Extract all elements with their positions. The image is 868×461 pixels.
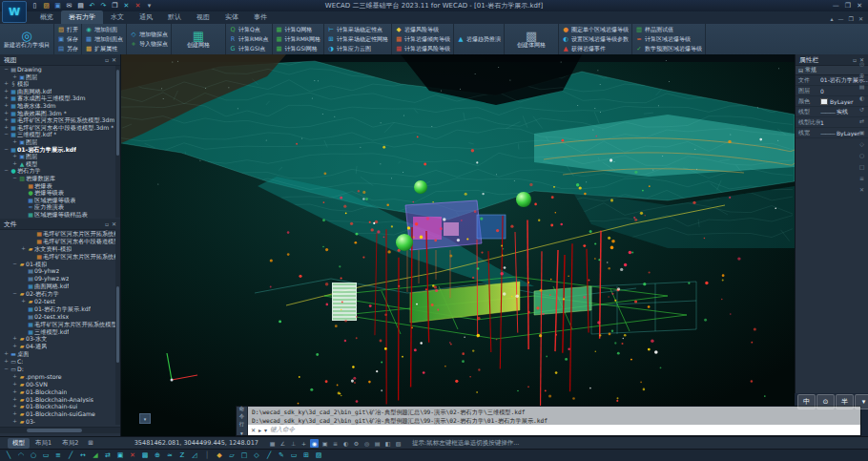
tree-item[interactable]: +▦曲面网格.kdf	[0, 88, 120, 95]
tree-item[interactable]: ▤09-yhwz	[0, 267, 120, 275]
texture-tool-icon[interactable]: ▨	[313, 451, 324, 461]
tree-item[interactable]: +▰01-Blockchain-Analysis	[0, 396, 120, 404]
tab-实体[interactable]: 实体	[217, 10, 246, 24]
tree-item[interactable]: +▣图层	[0, 138, 120, 146]
tree-item[interactable]: +▦地表效果图.3dm *	[0, 110, 120, 117]
create-grid-icon[interactable]: ▦创建网格	[175, 31, 222, 48]
tree-item[interactable]: ▦毛坪矿区河东片区开拓系统模型.3dm	[0, 253, 120, 261]
tree-item[interactable]: +▰01-Blockchain-sui	[0, 403, 120, 410]
expand-toggle-icon[interactable]: +	[3, 80, 10, 88]
tree-item[interactable]: ▦区域岩爆等级样品表	[0, 211, 120, 219]
snap-icon[interactable]: +	[300, 439, 308, 448]
tree-item[interactable]: +▣图层	[0, 153, 120, 160]
tree-item[interactable]: +▭C:	[0, 358, 120, 366]
tree-item[interactable]: +▰03-	[0, 418, 120, 426]
side-tool-icon-0[interactable]: ◎	[859, 60, 864, 67]
array-tool-icon[interactable]: ▣	[114, 451, 126, 461]
layout-tab-模型[interactable]: 模型	[8, 438, 30, 449]
measure-tool-icon[interactable]: ◆	[214, 451, 225, 461]
tab-通风[interactable]: 通风	[132, 10, 160, 24]
polyline-tool-icon[interactable]: ≡	[52, 451, 64, 461]
triangle-tool-icon[interactable]: ◿	[189, 451, 200, 461]
expand-toggle-icon[interactable]: −	[11, 175, 18, 182]
annotate-icon[interactable]: ▤	[373, 439, 382, 448]
add-layout-button[interactable]: ⊞	[83, 438, 97, 448]
clean-screen-icon[interactable]: ▧	[394, 439, 403, 448]
tree-item[interactable]: ▦毛坪矿区河东片区开拓系统模型.3dm	[0, 230, 120, 238]
tree-item[interactable]: ▦曲面网格.kdf	[0, 283, 120, 290]
pin-icon[interactable]: ▫	[105, 56, 109, 63]
tree-item[interactable]: ▦毛坪矿区河东各中段巷道模型.3dm	[0, 238, 120, 245]
expand-toggle-icon[interactable]: +	[3, 124, 10, 132]
math-predict-region-button[interactable]: ✓数学预测区域岩爆等级	[635, 44, 702, 53]
clear-command-icon[interactable]: ✕	[251, 427, 256, 433]
line-tool-icon[interactable]: ╲	[3, 451, 14, 461]
create-volume-mesh-icon[interactable]: ▩创建体网格	[507, 31, 555, 48]
doc-restore-icon[interactable]: ❐	[849, 15, 854, 22]
divider-icon[interactable]: │	[201, 451, 213, 461]
restore-icon[interactable]: ❐	[845, 2, 851, 10]
tree-item[interactable]: −▦三维模型.kdf *	[0, 131, 120, 138]
spline-tool-icon[interactable]: ≈	[164, 451, 176, 461]
view-tree-scrollbar[interactable]	[115, 66, 120, 218]
print-icon[interactable]: ▤	[76, 1, 85, 10]
save-as-button[interactable]: ▤另存	[57, 44, 78, 53]
calc-stope-grid-button[interactable]: ⊞计算采场稳定性网格	[327, 34, 388, 44]
redo-icon[interactable]: ↷	[99, 1, 108, 10]
expand-toggle-icon[interactable]: +	[3, 102, 10, 110]
doc-menu-icon[interactable]: ▴	[831, 15, 834, 22]
add-section-button[interactable]: ◉增加剖面	[85, 25, 123, 34]
side-tool-icon-5[interactable]: ⇄	[859, 117, 864, 124]
calc-rmr-point-button[interactable]: R计算RMR点	[229, 34, 269, 44]
grid-toggle-icon[interactable]: ▦	[268, 439, 277, 448]
polar-icon[interactable]: ⊥	[289, 439, 298, 448]
region-tool-icon[interactable]: ▱	[226, 451, 238, 461]
command-input[interactable]: 键入命令	[270, 426, 295, 434]
expand-toggle-icon[interactable]: +	[3, 116, 10, 124]
expand-toggle-icon[interactable]: +	[20, 245, 27, 253]
expand-toggle-icon[interactable]: +	[11, 160, 18, 168]
center-view-button[interactable]: 中	[797, 394, 816, 409]
expand-toggle-icon[interactable]: +	[3, 358, 10, 366]
tree-item[interactable]: −▰01-模拟	[0, 261, 120, 268]
delimit-region-level-button[interactable]: ●圈定单个区域岩爆等级	[562, 25, 629, 34]
calc-q-grid-button[interactable]: ▦计算Q网格	[276, 25, 321, 34]
lineweight-icon[interactable]: ≡	[331, 439, 340, 448]
tree-item[interactable]: −●岩石力学	[0, 167, 120, 175]
expand-toggle-icon[interactable]: +	[3, 88, 10, 95]
expand-toggle-icon[interactable]: +	[11, 373, 18, 381]
doc-close-icon[interactable]: ✕	[858, 15, 863, 22]
tab-概览[interactable]: 概览	[32, 10, 61, 24]
tree-item[interactable]: +▦毛坪矿区河东各中段巷道模型.3dm *	[0, 124, 120, 132]
tab-事件[interactable]: 事件	[246, 10, 275, 24]
rect-tool-icon[interactable]: ▭	[40, 451, 52, 461]
command-line-tab[interactable]: 命令行▾	[237, 407, 248, 435]
tree-item[interactable]: +▰水文资料-模拟	[0, 245, 120, 253]
xline-tool-icon[interactable]: ╱	[65, 451, 76, 461]
dock-arrow-icon[interactable]: ▾	[240, 430, 243, 436]
tree-item[interactable]: ●岩爆等级表	[0, 189, 120, 197]
erase-tool-icon[interactable]: ✕	[127, 451, 138, 461]
tree-item[interactable]: +▰01-Blockchain	[0, 388, 120, 396]
expand-toggle-icon[interactable]: +	[3, 110, 10, 117]
new-file-icon[interactable]: ▯	[31, 1, 39, 10]
pen-tool-icon[interactable]: ✎	[276, 451, 287, 461]
isolate-icon[interactable]: ◧	[383, 439, 392, 448]
expand-toggle-icon[interactable]: +	[11, 335, 18, 343]
expand-toggle-icon[interactable]: +	[11, 73, 18, 81]
extended-props-button[interactable]: ▩扩展属性	[85, 44, 123, 53]
tab-默认[interactable]: 默认	[160, 10, 189, 24]
expand-toggle-icon[interactable]: −	[11, 261, 18, 268]
expand-toggle-icon[interactable]: +	[11, 153, 18, 160]
save-icon[interactable]: ▣	[53, 1, 62, 10]
expand-toggle-icon[interactable]: +	[11, 418, 18, 426]
ortho-icon[interactable]: ∠	[279, 439, 287, 448]
expand-toggle-icon[interactable]: −	[11, 290, 18, 298]
box-tool-icon[interactable]: □	[238, 451, 250, 461]
close-doc-icon[interactable]: ✕	[122, 1, 131, 10]
pin-icon[interactable]: ▫	[105, 220, 109, 227]
calc-q-point-button[interactable]: Q计算Q点	[229, 25, 269, 34]
tree-item[interactable]: +▰02-test	[0, 298, 120, 305]
tree-item[interactable]: −▭D:	[0, 366, 120, 373]
export-icon[interactable]: ✉	[65, 1, 73, 10]
